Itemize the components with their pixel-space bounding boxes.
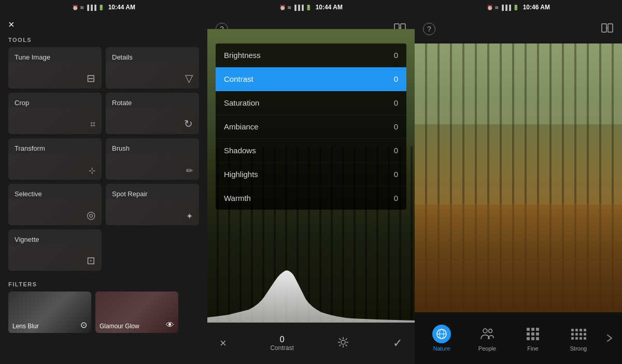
adjust-ambiance-value: 0 xyxy=(394,122,398,131)
panel1-header: × xyxy=(0,14,207,33)
nature-tab-icon xyxy=(432,325,451,343)
tool-rotate-label: Rotate xyxy=(112,99,193,107)
tab-people[interactable]: People xyxy=(464,321,510,356)
svg-line-9 xyxy=(346,344,347,346)
tune-image-icon: ⊟ xyxy=(87,72,95,84)
tab-fine-label: Fine xyxy=(527,345,538,352)
close-button[interactable]: × xyxy=(8,19,15,31)
filters-row: Lens Blur ⊙ Glamour Glow 👁 xyxy=(0,292,207,333)
svg-line-8 xyxy=(340,338,341,340)
tool-brush[interactable]: Brush ✏ xyxy=(106,138,199,180)
adjust-shadows-value: 0 xyxy=(394,146,398,155)
status-bar-3: ⏰ ≋ ▐▐▐ 🔋 10:46 AM xyxy=(415,0,622,14)
tool-spot-repair[interactable]: Spot Repair ✦ xyxy=(106,184,199,225)
svg-point-19 xyxy=(489,329,492,333)
svg-rect-12 xyxy=(602,24,606,32)
cancel-adjust-button[interactable]: × xyxy=(220,337,227,350)
status-bar-2: ⏰ ≋ ▐▐▐ 🔋 10:44 AM xyxy=(207,0,415,14)
tool-tune-image[interactable]: Tune Image ⊟ xyxy=(8,47,102,89)
rotate-icon: ↻ xyxy=(184,118,193,130)
tool-transform[interactable]: Transform ⊹ xyxy=(8,138,102,180)
svg-line-11 xyxy=(340,344,341,346)
adjust-warmth[interactable]: Warmth 0 xyxy=(216,186,406,210)
adjust-ambiance-label: Ambiance xyxy=(224,122,259,131)
panel-filters: ⏰ ≋ ▐▐▐ 🔋 10:46 AM ? xyxy=(415,0,622,364)
adjust-contrast-label: Contrast xyxy=(224,75,253,83)
adjust-highlights[interactable]: Highlights 0 xyxy=(216,163,406,186)
status-bar-1: ⏰ ≋ ▐▐▐ 🔋 10:44 AM xyxy=(0,0,207,14)
transform-icon: ⊹ xyxy=(89,166,95,176)
adjust-brightness-label: Brightness xyxy=(224,51,261,60)
filter-glamour-glow-label: Glamour Glow xyxy=(100,323,139,330)
confirm-adjust-button[interactable]: ✓ xyxy=(393,337,402,350)
vignette-icon: ⊡ xyxy=(87,254,95,267)
adjust-saturation[interactable]: Saturation 0 xyxy=(216,91,406,115)
panel-adjust: ⏰ ≋ ▐▐▐ 🔋 10:44 AM ? Brightness 0 Contra… xyxy=(207,0,415,364)
brush-icon: ✏ xyxy=(186,166,193,176)
tools-grid-2: Vignette ⊡ xyxy=(0,229,207,271)
adjust-ambiance[interactable]: Ambiance 0 xyxy=(216,115,406,139)
split-view-icon-3[interactable] xyxy=(601,23,614,36)
adjust-warmth-label: Warmth xyxy=(224,194,251,202)
tool-tune-image-label: Tune Image xyxy=(15,53,95,61)
adjust-contrast[interactable]: Contrast 0 xyxy=(216,67,406,91)
adjust-warmth-value: 0 xyxy=(394,194,398,202)
svg-point-3 xyxy=(341,340,345,344)
auto-adjust-button[interactable] xyxy=(337,337,349,351)
adjust-shadows[interactable]: Shadows 0 xyxy=(216,139,406,163)
tool-details[interactable]: Details ▽ xyxy=(106,47,199,89)
adjust-brightness[interactable]: Brightness 0 xyxy=(216,43,406,67)
svg-point-18 xyxy=(483,329,487,333)
histogram-chart xyxy=(207,260,415,323)
contrast-current-value: 0 xyxy=(280,335,285,344)
tool-selective[interactable]: Selective ◎ xyxy=(8,184,102,225)
filter-glamour-glow[interactable]: Glamour Glow 👁 xyxy=(95,292,178,333)
tool-selective-label: Selective xyxy=(15,190,95,198)
tab-nature[interactable]: Nature xyxy=(419,321,464,356)
filter-lens-blur-label: Lens Blur xyxy=(12,323,39,330)
histogram-path xyxy=(207,270,415,323)
tool-vignette-label: Vignette xyxy=(15,236,95,243)
help-icon-3[interactable]: ? xyxy=(423,23,435,35)
tools-section-label: TOOLS xyxy=(0,33,207,47)
tab-people-label: People xyxy=(478,345,496,352)
filter-tab-bar: Nature People xyxy=(415,312,622,364)
adjustment-list: Brightness 0 Contrast 0 Saturation 0 Amb… xyxy=(216,43,406,210)
tab-strong-label: Strong xyxy=(570,345,587,352)
adjust-shadows-label: Shadows xyxy=(224,146,256,155)
tools-grid: Tune Image ⊟ Details ▽ Crop ⌗ Rotate ↻ T… xyxy=(0,47,207,225)
adjust-brightness-value: 0 xyxy=(394,51,398,60)
status-time-2: 10:44 AM xyxy=(316,4,343,11)
people-tab-icon xyxy=(478,325,497,343)
tool-spot-repair-label: Spot Repair xyxy=(112,190,193,198)
adjust-saturation-value: 0 xyxy=(394,98,398,107)
filter-lens-blur[interactable]: Lens Blur ⊙ xyxy=(8,292,91,333)
panel-tools: ⏰ ≋ ▐▐▐ 🔋 10:44 AM × TOOLS Tune Image ⊟ … xyxy=(0,0,207,364)
tool-transform-label: Transform xyxy=(15,144,95,152)
svg-rect-13 xyxy=(608,24,613,32)
adjust-saturation-label: Saturation xyxy=(224,98,259,107)
tool-crop[interactable]: Crop ⌗ xyxy=(8,93,102,134)
spot-repair-icon: ✦ xyxy=(186,211,193,221)
filter-lens-blur-icon: ⊙ xyxy=(80,320,87,330)
filters-section: FILTERS Lens Blur ⊙ Glamour Glow 👁 xyxy=(0,277,207,333)
tab-fine[interactable]: Fine xyxy=(510,321,556,356)
bottom-center: 0 Contrast xyxy=(270,335,293,352)
tool-rotate[interactable]: Rotate ↻ xyxy=(106,93,199,134)
filters-section-label: FILTERS xyxy=(0,277,207,292)
panel3-header: ? xyxy=(415,14,622,43)
tool-details-label: Details xyxy=(112,53,193,61)
details-icon: ▽ xyxy=(185,72,193,84)
status-icons-3: ⏰ ≋ ▐▐▐ 🔋 xyxy=(487,5,519,10)
adjust-highlights-value: 0 xyxy=(394,170,398,179)
tool-vignette[interactable]: Vignette ⊡ xyxy=(8,229,102,271)
tab-strong[interactable]: Strong xyxy=(556,321,601,356)
expand-filters-button[interactable] xyxy=(601,334,618,342)
status-time-3: 10:46 AM xyxy=(523,4,550,11)
selective-icon: ◎ xyxy=(87,209,95,221)
panel2-bottom-controls: × 0 Contrast ✓ xyxy=(207,323,415,364)
tool-crop-label: Crop xyxy=(15,99,95,107)
status-icons-1: ⏰ ≋ ▐▐▐ 🔋 xyxy=(72,5,104,10)
ground-overlay xyxy=(415,205,622,312)
adjust-highlights-label: Highlights xyxy=(224,170,258,179)
